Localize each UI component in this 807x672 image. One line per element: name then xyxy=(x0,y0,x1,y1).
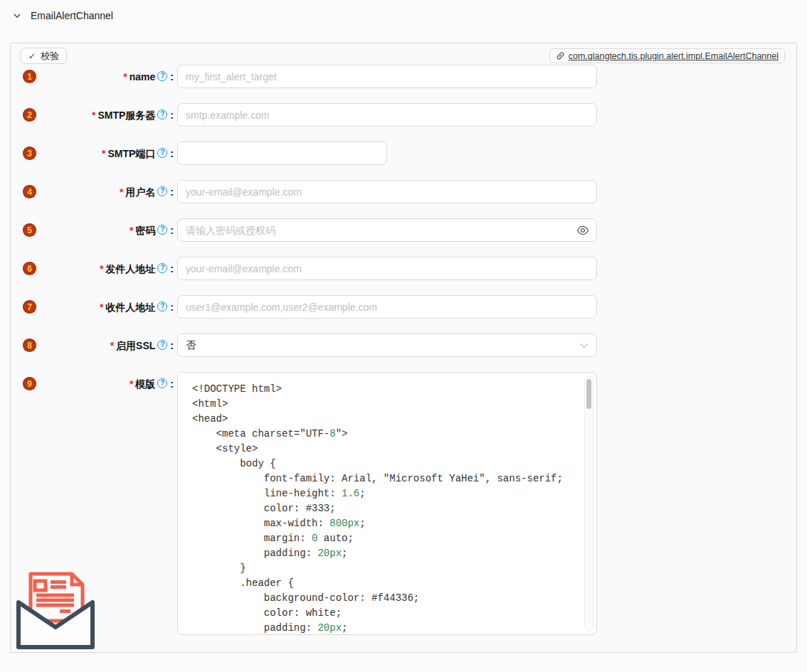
required-mark: * xyxy=(92,110,95,121)
field-control-smtp-port xyxy=(177,142,387,165)
smtp-server-input[interactable] xyxy=(177,103,597,127)
field-label-text: 发件人地址 xyxy=(105,263,155,274)
form-row-recipient-address: 7*收件人地址?: xyxy=(11,295,796,319)
label-colon: : xyxy=(170,110,174,121)
username-input[interactable] xyxy=(177,180,597,203)
name-input[interactable] xyxy=(177,65,597,88)
label-colon: : xyxy=(170,225,174,236)
code-scrollbar-track[interactable] xyxy=(584,376,594,631)
field-label-template: *模版?: xyxy=(36,377,174,391)
code-line: color: white; xyxy=(192,606,574,621)
form-row-smtp-server: 2*SMTP服务器?: xyxy=(11,103,796,127)
field-label-text: 用户名 xyxy=(125,186,155,198)
sender-address-input[interactable] xyxy=(177,257,597,280)
field-control-username xyxy=(177,180,597,203)
field-control-enable-ssl: 否 xyxy=(177,334,597,357)
password-input[interactable] xyxy=(177,218,597,242)
field-label-text: 启用SSL xyxy=(116,340,155,351)
eye-icon[interactable] xyxy=(576,224,589,237)
field-label-text: name xyxy=(130,71,156,82)
field-control-sender-address xyxy=(177,257,597,280)
field-number-badge: 5 xyxy=(23,223,36,237)
field-control-password xyxy=(177,218,597,242)
code-line: background-color: #f44336; xyxy=(192,591,574,606)
code-line: max-width: 800px; xyxy=(192,516,574,531)
validate-button[interactable]: ✓ 校验 xyxy=(21,48,67,64)
field-number-badge: 4 xyxy=(23,185,36,198)
field-label-enable-ssl: *启用SSL?: xyxy=(36,338,174,353)
field-control-recipient-address xyxy=(177,295,597,319)
help-icon[interactable]: ? xyxy=(157,263,167,273)
field-label-text: 模版 xyxy=(135,378,155,390)
plugin-form-panel: ✓ 校验 com.qlangtech.tis.plugin.alert.impl… xyxy=(10,43,797,653)
field-label-text: SMTP端口 xyxy=(107,148,155,159)
help-icon[interactable]: ? xyxy=(157,225,167,235)
form-row-name: 1*name?: xyxy=(11,65,796,88)
label-colon: : xyxy=(170,186,174,198)
field-label-text: 收件人地址 xyxy=(105,302,155,313)
field-label-recipient-address: *收件人地址?: xyxy=(36,300,174,314)
required-mark: * xyxy=(110,340,114,351)
help-icon[interactable]: ? xyxy=(157,302,167,311)
template-code-editor[interactable]: <!DOCTYPE html><html><head> <meta charse… xyxy=(177,372,597,635)
form-row-password: 5*密码?: xyxy=(11,218,796,242)
help-icon[interactable]: ? xyxy=(157,340,167,350)
help-icon[interactable]: ? xyxy=(157,110,167,119)
paperclip-icon xyxy=(556,51,565,60)
enable-ssl-select-value: 否 xyxy=(186,339,196,352)
field-label-text: 密码 xyxy=(135,225,155,236)
page-title: EmailAlertChannel xyxy=(31,10,113,21)
code-line: body { xyxy=(192,457,574,471)
label-colon: : xyxy=(170,148,174,159)
required-mark: * xyxy=(120,186,123,198)
code-line: padding: 20px; xyxy=(192,621,574,635)
plugin-class-link[interactable]: com.qlangtech.tis.plugin.alert.impl.Emai… xyxy=(549,48,785,63)
code-line: padding: 20px; xyxy=(192,546,574,561)
newsletter-envelope-icon xyxy=(16,570,96,651)
code-line: color: #333; xyxy=(192,501,574,516)
validate-button-label: 校验 xyxy=(41,50,59,63)
field-control-name xyxy=(177,65,597,88)
field-number-badge: 6 xyxy=(23,262,36,275)
code-line: } xyxy=(192,561,574,576)
label-colon: : xyxy=(170,71,174,82)
help-icon[interactable]: ? xyxy=(157,71,167,81)
field-number-badge: 2 xyxy=(23,108,36,122)
recipient-address-input[interactable] xyxy=(177,295,597,319)
field-control-template: <!DOCTYPE html><html><head> <meta charse… xyxy=(177,372,597,635)
chevron-down-icon[interactable] xyxy=(13,11,21,20)
field-label-smtp-port: *SMTP端口?: xyxy=(36,146,174,161)
field-label-username: *用户名?: xyxy=(36,185,174,199)
chevron-down-icon xyxy=(580,343,589,348)
required-mark: * xyxy=(130,378,133,390)
code-line: margin: 0 auto; xyxy=(192,531,574,546)
check-icon: ✓ xyxy=(28,51,36,61)
section-header: EmailAlertChannel xyxy=(13,10,113,21)
help-icon[interactable]: ? xyxy=(157,378,167,388)
enable-ssl-select[interactable]: 否 xyxy=(177,334,597,357)
field-number-badge: 1 xyxy=(23,70,36,83)
label-colon: : xyxy=(170,263,174,274)
form-row-template: 9*模版?:<!DOCTYPE html><html><head> <meta … xyxy=(11,372,796,635)
plugin-class-link-label: com.qlangtech.tis.plugin.alert.impl.Emai… xyxy=(569,51,779,61)
form-row-enable-ssl: 8*启用SSL?:否 xyxy=(11,334,796,357)
code-line: font-family: Arial, "Microsoft YaHei", s… xyxy=(192,471,574,486)
field-number-badge: 7 xyxy=(23,300,36,314)
field-number-badge: 8 xyxy=(23,338,36,352)
code-line: <head> xyxy=(192,412,574,427)
field-label-name: *name?: xyxy=(36,70,174,84)
code-scrollbar-thumb[interactable] xyxy=(586,379,591,409)
required-mark: * xyxy=(130,225,133,236)
help-icon[interactable]: ? xyxy=(157,148,167,158)
smtp-port-input[interactable] xyxy=(177,142,387,165)
form-row-sender-address: 6*发件人地址?: xyxy=(11,257,796,280)
help-icon[interactable]: ? xyxy=(157,186,167,196)
code-line: <!DOCTYPE html> xyxy=(192,382,574,397)
code-line: .header { xyxy=(192,576,574,591)
field-label-password: *密码?: xyxy=(36,223,174,238)
field-number-badge: 9 xyxy=(23,377,36,390)
label-colon: : xyxy=(170,302,174,313)
required-mark: * xyxy=(102,148,105,159)
field-label-text: SMTP服务器 xyxy=(97,110,155,121)
field-number-badge: 3 xyxy=(23,146,36,160)
